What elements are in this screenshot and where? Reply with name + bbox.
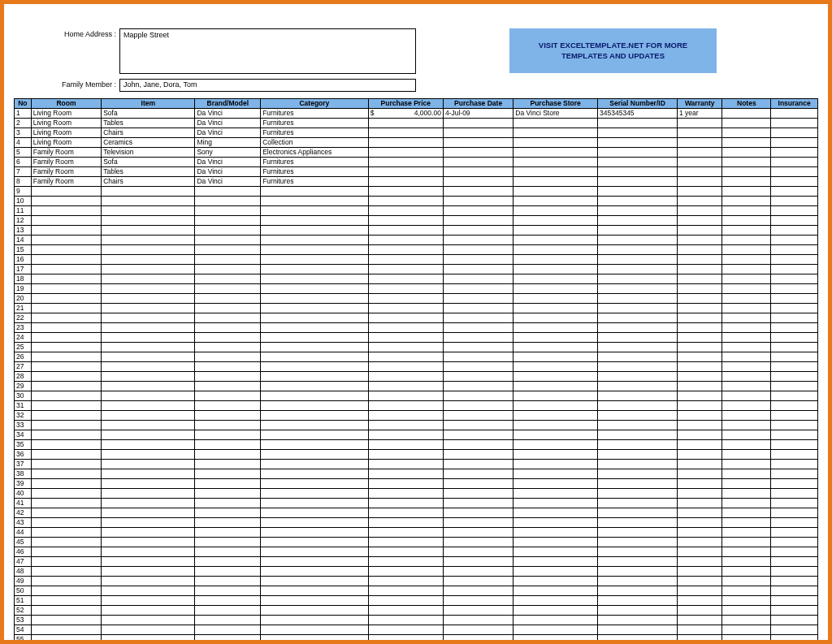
cell-empty[interactable] bbox=[195, 567, 261, 577]
cell-empty[interactable] bbox=[514, 567, 598, 577]
cell-empty[interactable] bbox=[102, 411, 195, 421]
cell-empty[interactable] bbox=[443, 197, 513, 206]
cell-empty[interactable] bbox=[261, 469, 369, 479]
cell-empty[interactable] bbox=[678, 547, 722, 557]
cell-empty[interactable] bbox=[722, 430, 771, 440]
cell-empty[interactable] bbox=[443, 567, 513, 577]
cell-empty[interactable] bbox=[31, 343, 101, 352]
cell-empty[interactable] bbox=[722, 606, 771, 616]
cell-no[interactable]: 12 bbox=[15, 216, 32, 226]
cell-date[interactable] bbox=[443, 119, 513, 128]
cell-empty[interactable] bbox=[261, 460, 369, 469]
cell-empty[interactable] bbox=[195, 479, 261, 489]
cell-empty[interactable] bbox=[598, 226, 678, 236]
cell-no[interactable]: 24 bbox=[15, 333, 32, 343]
cell-date[interactable] bbox=[443, 138, 513, 148]
cell-no[interactable]: 44 bbox=[15, 528, 32, 538]
cell-empty[interactable] bbox=[102, 391, 195, 401]
cell-empty[interactable] bbox=[771, 469, 818, 479]
cell-empty[interactable] bbox=[102, 372, 195, 382]
header-room[interactable]: Room bbox=[31, 99, 101, 109]
cell-empty[interactable] bbox=[443, 236, 513, 245]
cell-empty[interactable] bbox=[678, 382, 722, 391]
cell-no[interactable]: 33 bbox=[15, 421, 32, 430]
cell-empty[interactable] bbox=[31, 216, 101, 226]
cell-empty[interactable] bbox=[514, 391, 598, 401]
cell-empty[interactable] bbox=[771, 284, 818, 294]
cell-empty[interactable] bbox=[678, 635, 722, 645]
cell-empty[interactable] bbox=[678, 489, 722, 499]
cell-empty[interactable] bbox=[598, 499, 678, 508]
cell-notes[interactable] bbox=[722, 138, 771, 148]
cell-empty[interactable] bbox=[722, 362, 771, 372]
cell-empty[interactable] bbox=[195, 265, 261, 274]
cell-no[interactable]: 17 bbox=[15, 265, 32, 274]
cell-empty[interactable] bbox=[261, 226, 369, 236]
cell-empty[interactable] bbox=[195, 206, 261, 216]
cell-empty[interactable] bbox=[771, 333, 818, 343]
cell-empty[interactable] bbox=[678, 255, 722, 265]
cell-empty[interactable] bbox=[678, 577, 722, 586]
cell-empty[interactable] bbox=[195, 557, 261, 567]
cell-empty[interactable] bbox=[598, 352, 678, 362]
cell-empty[interactable] bbox=[771, 547, 818, 557]
cell-no[interactable]: 43 bbox=[15, 518, 32, 528]
cell-brand[interactable]: Da Vinci bbox=[195, 109, 261, 119]
cell-empty[interactable] bbox=[722, 294, 771, 304]
cell-empty[interactable] bbox=[102, 625, 195, 635]
cell-empty[interactable] bbox=[514, 236, 598, 245]
cell-empty[interactable] bbox=[261, 577, 369, 586]
cell-no[interactable]: 15 bbox=[15, 245, 32, 255]
cell-empty[interactable] bbox=[195, 333, 261, 343]
cell-category[interactable]: Furnitures bbox=[261, 109, 369, 119]
cell-empty[interactable] bbox=[368, 187, 443, 197]
cell-brand[interactable]: Ming bbox=[195, 138, 261, 148]
cell-empty[interactable] bbox=[514, 586, 598, 596]
cell-empty[interactable] bbox=[368, 508, 443, 518]
cell-empty[interactable] bbox=[261, 197, 369, 206]
cell-empty[interactable] bbox=[514, 265, 598, 274]
cell-empty[interactable] bbox=[102, 596, 195, 606]
cell-empty[interactable] bbox=[261, 265, 369, 274]
cell-store[interactable] bbox=[514, 138, 598, 148]
cell-empty[interactable] bbox=[771, 606, 818, 616]
cell-empty[interactable] bbox=[102, 518, 195, 528]
cell-empty[interactable] bbox=[771, 635, 818, 645]
cell-empty[interactable] bbox=[722, 508, 771, 518]
header-serial[interactable]: Serial Number/ID bbox=[598, 99, 678, 109]
cell-empty[interactable] bbox=[514, 450, 598, 460]
cell-empty[interactable] bbox=[771, 382, 818, 391]
cell-no[interactable]: 41 bbox=[15, 499, 32, 508]
cell-date[interactable] bbox=[443, 167, 513, 177]
cell-empty[interactable] bbox=[443, 255, 513, 265]
cell-empty[interactable] bbox=[368, 450, 443, 460]
cell-empty[interactable] bbox=[195, 274, 261, 284]
cell-empty[interactable] bbox=[598, 518, 678, 528]
cell-no[interactable]: 5 bbox=[15, 148, 32, 158]
cell-empty[interactable] bbox=[368, 343, 443, 352]
cell-empty[interactable] bbox=[368, 567, 443, 577]
cell-empty[interactable] bbox=[722, 255, 771, 265]
cell-warranty[interactable] bbox=[678, 128, 722, 138]
cell-empty[interactable] bbox=[195, 635, 261, 645]
cell-empty[interactable] bbox=[261, 411, 369, 421]
cell-empty[interactable] bbox=[102, 440, 195, 450]
cell-empty[interactable] bbox=[514, 547, 598, 557]
cell-empty[interactable] bbox=[261, 596, 369, 606]
cell-empty[interactable] bbox=[102, 362, 195, 372]
cell-empty[interactable] bbox=[368, 440, 443, 450]
cell-no[interactable]: 51 bbox=[15, 596, 32, 606]
cell-empty[interactable] bbox=[598, 187, 678, 197]
cell-category[interactable]: Furnitures bbox=[261, 119, 369, 128]
cell-warranty[interactable] bbox=[678, 138, 722, 148]
cell-empty[interactable] bbox=[598, 508, 678, 518]
cell-empty[interactable] bbox=[368, 547, 443, 557]
cell-empty[interactable] bbox=[598, 635, 678, 645]
cell-no[interactable]: 25 bbox=[15, 343, 32, 352]
cell-empty[interactable] bbox=[678, 567, 722, 577]
cell-empty[interactable] bbox=[443, 343, 513, 352]
cell-brand[interactable]: Da Vinci bbox=[195, 119, 261, 128]
cell-empty[interactable] bbox=[514, 226, 598, 236]
cell-empty[interactable] bbox=[261, 499, 369, 508]
cell-empty[interactable] bbox=[722, 625, 771, 635]
